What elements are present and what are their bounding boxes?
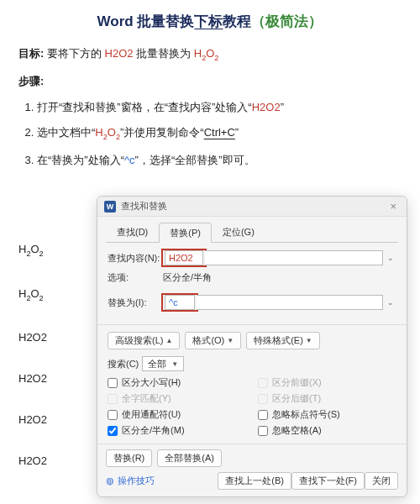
sample-plain-2: H2O2 bbox=[18, 373, 47, 384]
dialog-title: 查找和替换 bbox=[121, 200, 386, 213]
replace-button[interactable]: 替换(R) bbox=[106, 449, 152, 467]
word-app-icon: W bbox=[104, 201, 116, 213]
dialog-titlebar[interactable]: W 查找和替换 × bbox=[97, 197, 407, 217]
chevron-down-icon: ▼ bbox=[306, 337, 312, 344]
check-ignore-space[interactable]: 忽略空格(A) bbox=[258, 424, 396, 437]
sample-plain-3: H2O2 bbox=[18, 414, 47, 425]
replace-label: 替换为(I): bbox=[108, 297, 163, 309]
find-dropdown-icon[interactable]: ⌄ bbox=[385, 249, 396, 266]
options-label: 选项: bbox=[108, 271, 163, 284]
step-3: 在“替换为”处输入“^c”，选择“全部替换”即可。 bbox=[37, 152, 402, 170]
close-button[interactable]: 关闭 bbox=[365, 472, 398, 490]
sample-column: H2O2 H2O2 H2O2 H2O2 H2O2 H2O2 bbox=[18, 244, 47, 496]
sample-plain-4: H2O2 bbox=[18, 455, 47, 466]
close-icon[interactable]: × bbox=[386, 200, 400, 213]
steps-list: 打开“查找和替换”窗格，在“查找内容”处输入“H2O2” 选中文档中“H2O2”… bbox=[18, 99, 402, 170]
dialog-tabs: 查找(D) 替换(P) 定位(G) bbox=[97, 217, 407, 242]
check-wildcard[interactable]: 使用通配符(U) bbox=[108, 408, 246, 421]
tab-goto[interactable]: 定位(G) bbox=[212, 222, 265, 242]
chevron-down-icon: ▼ bbox=[227, 337, 234, 344]
steps-heading: 步骤: bbox=[18, 74, 402, 89]
step-2: 选中文档中“H2O2”并使用复制命令“Ctrl+C” bbox=[37, 124, 402, 143]
page-title: Word 批量替换下标教程（极简法） bbox=[18, 12, 402, 31]
format-button[interactable]: 格式(O)▼ bbox=[185, 332, 241, 349]
sample-sub-2: H2O2 bbox=[18, 288, 47, 302]
special-format-button[interactable]: 特殊格式(E)▼ bbox=[246, 332, 320, 349]
check-full-half[interactable]: 区分全/半角(M) bbox=[108, 424, 246, 437]
find-prev-button[interactable]: 查找上一处(B) bbox=[218, 472, 291, 490]
scope-select[interactable]: 全部▼ bbox=[142, 356, 184, 371]
check-whole-word: 全字匹配(Y) bbox=[108, 392, 246, 405]
chevron-down-icon: ▼ bbox=[171, 360, 178, 368]
check-case[interactable]: 区分大小写(H) bbox=[108, 376, 246, 389]
tab-find[interactable]: 查找(D) bbox=[106, 222, 159, 242]
find-replace-dialog: W 查找和替换 × 查找(D) 替换(P) 定位(G) 查找内容(N): ⌄ 选… bbox=[97, 196, 407, 497]
scope-label: 搜索(C) bbox=[108, 358, 139, 370]
tips-link[interactable]: ◍ 操作技巧 bbox=[106, 475, 155, 487]
tab-replace[interactable]: 替换(P) bbox=[159, 223, 212, 243]
replace-dropdown-icon[interactable]: ⌄ bbox=[385, 294, 396, 311]
sample-sub-1: H2O2 bbox=[18, 244, 47, 258]
replace-input-extra[interactable] bbox=[197, 295, 383, 310]
sample-plain-1: H2O2 bbox=[18, 332, 47, 343]
replace-all-button[interactable]: 全部替换(A) bbox=[157, 449, 222, 467]
goal-line: 目标: 要将下方的 H2O2 批量替换为 H2O2 bbox=[18, 46, 402, 62]
step-1: 打开“查找和替换”窗格，在“查找内容”处输入“H2O2” bbox=[37, 99, 402, 117]
check-suffix: 区分后缀(T) bbox=[258, 392, 396, 405]
check-prefix: 区分前缀(X) bbox=[258, 376, 396, 389]
check-ignore-punct[interactable]: 忽略标点符号(S) bbox=[258, 408, 396, 421]
replace-input[interactable] bbox=[165, 295, 195, 310]
lightbulb-icon: ◍ bbox=[106, 475, 114, 486]
advanced-search-button[interactable]: 高级搜索(L)▲ bbox=[108, 332, 180, 349]
find-next-button[interactable]: 查找下一处(F) bbox=[291, 472, 365, 490]
find-label: 查找内容(N): bbox=[108, 252, 163, 265]
options-value: 区分全/半角 bbox=[163, 271, 212, 284]
find-input-extra[interactable] bbox=[205, 250, 383, 265]
find-input[interactable] bbox=[165, 250, 203, 265]
chevron-up-icon: ▲ bbox=[165, 337, 172, 344]
